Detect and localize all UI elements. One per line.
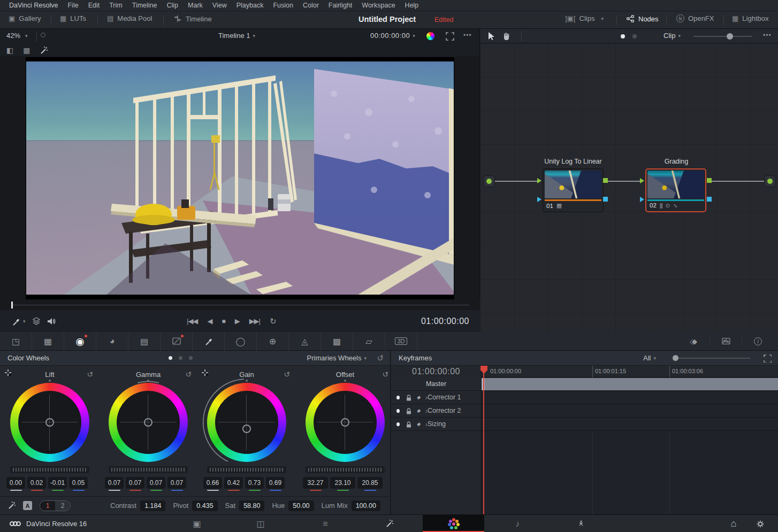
- slider-knob[interactable]: [673, 355, 678, 361]
- wipe-modes-icon[interactable]: [32, 317, 41, 326]
- timeline-button[interactable]: Timeline: [171, 14, 214, 23]
- clips-button[interactable]: ]▣[ Clips ▾: [563, 14, 606, 22]
- camera-raw-tab[interactable]: ◳: [0, 332, 32, 351]
- menu-view[interactable]: View: [208, 0, 232, 11]
- gain-color-ring[interactable]: [207, 383, 286, 462]
- split-screen-icon[interactable]: ◧: [6, 46, 13, 55]
- lum-mix-value[interactable]: 100.00: [352, 500, 380, 511]
- menu-trim[interactable]: Trim: [104, 0, 127, 11]
- menu-timeline[interactable]: Timeline: [127, 0, 162, 11]
- grab-still-dropdown[interactable]: ▾: [12, 317, 26, 326]
- saturation-value[interactable]: 58.80: [239, 500, 264, 511]
- reset-icon[interactable]: ↺: [284, 370, 290, 379]
- play-button[interactable]: ▶: [230, 317, 245, 325]
- scopes-panel-toggle[interactable]: [710, 337, 742, 345]
- gain-indicator[interactable]: [242, 425, 251, 433]
- track-corrector-2[interactable]: ◆ › Corrector 2: [391, 404, 481, 418]
- menu-davinci-resolve[interactable]: DaVinci Resolve: [4, 0, 63, 11]
- motion-effects-tab[interactable]: ▤: [128, 332, 161, 351]
- lock-icon[interactable]: [405, 394, 411, 402]
- nodes-button[interactable]: Nodes: [624, 14, 661, 23]
- lift-master-wheel[interactable]: [10, 466, 89, 473]
- gain-r-value[interactable]: 0.42: [224, 477, 243, 489]
- page-deliver[interactable]: [565, 515, 597, 532]
- viewer-zoom-dropdown[interactable]: 42% ▾: [6, 32, 28, 40]
- corrector-2-track-row[interactable]: [482, 404, 778, 418]
- go-to-first-frame-button[interactable]: |◀◀: [182, 317, 202, 325]
- viewer-timecode-dropdown[interactable]: 00:00:00:00 ▾: [370, 32, 415, 40]
- reset-icon[interactable]: ↺: [382, 370, 388, 379]
- lift-g-value[interactable]: -0.01: [48, 477, 67, 489]
- node-02-key-input[interactable]: [640, 197, 644, 202]
- node-01-key-input[interactable]: [537, 197, 541, 202]
- slider-knob[interactable]: [727, 33, 733, 40]
- master-clip-bar[interactable]: [482, 378, 778, 390]
- color-match-tab[interactable]: ▦: [32, 332, 64, 351]
- node-01-key-output[interactable]: [603, 197, 608, 202]
- page-cut[interactable]: ◫: [245, 515, 277, 532]
- project-settings-button[interactable]: [744, 515, 776, 532]
- gamma-b-value[interactable]: 0.07: [167, 477, 186, 489]
- grid-view-icon[interactable]: ▦: [23, 46, 30, 55]
- gamma-indicator[interactable]: [144, 418, 152, 427]
- pivot-value[interactable]: 0.435: [192, 500, 217, 511]
- step-back-button[interactable]: ◀: [202, 317, 217, 325]
- keyframe-diamond-icon[interactable]: ◆: [417, 421, 421, 427]
- expand-keyframes-icon[interactable]: [764, 354, 772, 363]
- rgb-mixer-tab[interactable]: ◕: [96, 332, 128, 351]
- page-fairlight[interactable]: ♪: [501, 515, 533, 532]
- node-options-menu[interactable]: •••: [763, 32, 772, 39]
- viewer-options-menu[interactable]: •••: [463, 32, 472, 39]
- lightbox-button[interactable]: ▦ Lightbox: [730, 14, 771, 22]
- viewer-scrubber[interactable]: [0, 299, 480, 310]
- source-node[interactable]: [483, 175, 495, 187]
- menu-fusion[interactable]: Fusion: [268, 0, 298, 11]
- grade-wand-icon[interactable]: [7, 501, 17, 510]
- audio-mute-icon[interactable]: [47, 317, 56, 326]
- blur-tab[interactable]: ◬: [289, 332, 321, 351]
- corrector-1-track-row[interactable]: [482, 391, 778, 404]
- stereo-3d-tab[interactable]: 3D: [385, 332, 417, 351]
- keyframe-filter-dropdown[interactable]: All ▾: [643, 354, 656, 362]
- go-to-last-frame-button[interactable]: ▶▶|: [245, 317, 265, 325]
- keyframe-diamond-icon[interactable]: ◆: [417, 395, 421, 400]
- lift-target-icon[interactable]: [4, 369, 12, 376]
- lock-icon[interactable]: [405, 420, 411, 428]
- page-2[interactable]: 2: [55, 501, 70, 511]
- stop-button[interactable]: ■: [217, 318, 230, 325]
- keyframe-zoom-slider[interactable]: [673, 358, 750, 359]
- gamma-y-value[interactable]: 0.07: [105, 477, 124, 489]
- node-02-rgb-input[interactable]: [640, 178, 644, 183]
- menu-color[interactable]: Color: [298, 0, 324, 11]
- page-dot-1[interactable]: [621, 34, 625, 38]
- gain-master-wheel[interactable]: [207, 466, 286, 473]
- gamma-g-value[interactable]: 0.07: [147, 477, 165, 489]
- info-panel-toggle[interactable]: i: [742, 337, 774, 345]
- offset-r-value[interactable]: 32.27: [303, 477, 328, 489]
- node-02-key-output[interactable]: [707, 197, 712, 202]
- power-window-tab[interactable]: ◯: [225, 332, 257, 351]
- node-01-rgb-output[interactable]: [603, 178, 608, 183]
- keyframe-ruler[interactable]: 01:00:00:00 01:00:01:15 01:00:03:06: [482, 366, 778, 377]
- lift-b-value[interactable]: 0.05: [69, 477, 88, 489]
- lock-icon[interactable]: [405, 407, 411, 415]
- lift-indicator[interactable]: [45, 418, 54, 427]
- menu-mark[interactable]: Mark: [183, 0, 208, 11]
- menu-edit[interactable]: Edit: [83, 0, 105, 11]
- page-fusion[interactable]: [373, 515, 406, 532]
- offset-master-wheel[interactable]: [306, 466, 385, 473]
- page-dot-2[interactable]: [632, 34, 637, 38]
- keyframe-playhead[interactable]: [483, 366, 484, 514]
- track-enable-icon[interactable]: [396, 409, 400, 413]
- gamma-master-wheel[interactable]: [109, 466, 188, 473]
- page-color[interactable]: [423, 515, 484, 532]
- hue-value[interactable]: 50.00: [288, 500, 314, 511]
- offset-g-value[interactable]: 23.10: [330, 477, 355, 489]
- timeline-selector-dropdown[interactable]: Timeline 1 ▾: [218, 32, 255, 40]
- menu-workspace[interactable]: Workspace: [357, 0, 400, 11]
- gain-target-icon[interactable]: [201, 369, 209, 376]
- reset-icon[interactable]: ↺: [185, 370, 192, 379]
- gain-y-value[interactable]: 0.66: [203, 477, 222, 489]
- scrubber-playhead[interactable]: [11, 302, 13, 309]
- auto-balance-button[interactable]: A: [23, 501, 32, 510]
